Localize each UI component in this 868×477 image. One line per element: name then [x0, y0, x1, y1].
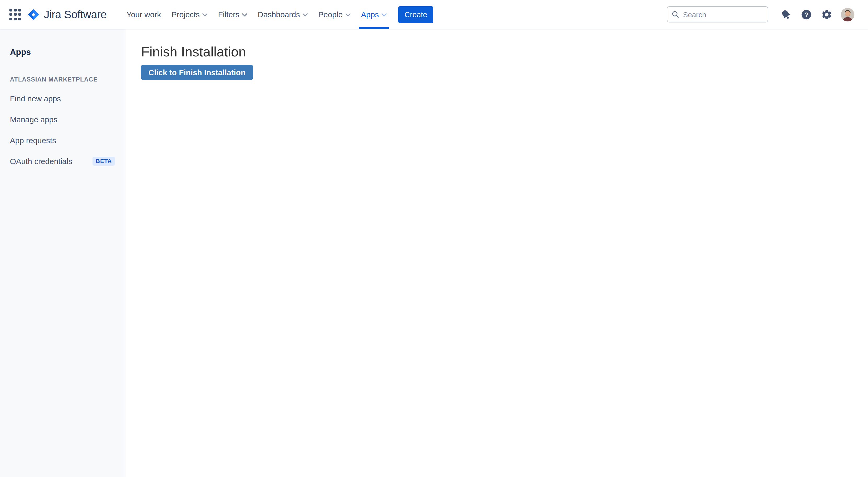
jira-logo-text: Jira Software [44, 8, 106, 21]
main-content: Finish Installation Click to Finish Inst… [125, 29, 868, 477]
jira-diamond-icon [27, 8, 40, 21]
chevron-down-icon [242, 13, 247, 17]
notifications-button[interactable] [778, 6, 794, 22]
profile-button[interactable] [841, 7, 855, 21]
nav-label: Projects [172, 10, 199, 19]
settings-button[interactable] [819, 6, 835, 22]
top-navigation-bar: Jira Software Your work Projects Filters… [0, 0, 868, 29]
sidebar: Apps ATLASSIAN MARKETPLACE Find new apps… [0, 29, 125, 477]
search-box [667, 6, 768, 23]
svg-text:?: ? [804, 11, 808, 18]
chevron-down-icon [381, 13, 387, 17]
sidebar-item-label: OAuth credentials [10, 157, 72, 165]
chevron-down-icon [303, 13, 308, 17]
sidebar-section-heading: ATLASSIAN MARKETPLACE [0, 75, 125, 84]
sidebar-item-oauth-credentials[interactable]: OAuth credentials BETA [0, 151, 125, 171]
app-window: Jira Software Your work Projects Filters… [0, 0, 868, 477]
primary-navigation: Your work Projects Filters Dashboards Pe… [121, 0, 392, 29]
create-button[interactable]: Create [398, 6, 433, 23]
nav-label: Apps [361, 10, 379, 19]
avatar [841, 7, 855, 21]
nav-label: Your work [126, 10, 161, 19]
nav-label: Dashboards [258, 10, 300, 19]
nav-item-dashboards[interactable]: Dashboards [252, 0, 313, 29]
nav-item-your-work[interactable]: Your work [121, 0, 166, 29]
sidebar-item-find-new-apps[interactable]: Find new apps [0, 88, 125, 109]
chevron-down-icon [345, 13, 351, 17]
nav-item-projects[interactable]: Projects [166, 0, 213, 29]
app-switcher-grid-icon [9, 9, 21, 20]
bell-icon [780, 9, 792, 20]
sidebar-item-label: App requests [10, 135, 56, 145]
nav-item-filters[interactable]: Filters [213, 0, 253, 29]
search-input[interactable] [683, 10, 764, 19]
sidebar-item-manage-apps[interactable]: Manage apps [0, 109, 125, 130]
app-switcher-button[interactable] [7, 6, 23, 22]
sidebar-item-label: Find new apps [10, 94, 61, 103]
question-mark-circle-icon: ? [801, 9, 812, 20]
gear-icon [821, 9, 833, 20]
search-icon [672, 10, 679, 18]
finish-installation-button[interactable]: Click to Finish Installation [141, 65, 253, 80]
topbar-right-group: ? [667, 6, 855, 23]
beta-badge: BETA [93, 157, 115, 165]
page-shell: Apps ATLASSIAN MARKETPLACE Find new apps… [0, 29, 868, 477]
chevron-down-icon [203, 13, 208, 17]
page-title: Finish Installation [141, 44, 868, 60]
nav-item-people[interactable]: People [313, 0, 355, 29]
jira-logo[interactable]: Jira Software [27, 8, 106, 21]
nav-label: People [318, 10, 343, 19]
sidebar-title: Apps [0, 47, 125, 58]
nav-label: Filters [218, 10, 240, 19]
nav-item-apps[interactable]: Apps [356, 0, 392, 29]
help-button[interactable]: ? [799, 6, 814, 22]
sidebar-item-label: Manage apps [10, 115, 58, 124]
sidebar-item-app-requests[interactable]: App requests [0, 130, 125, 151]
